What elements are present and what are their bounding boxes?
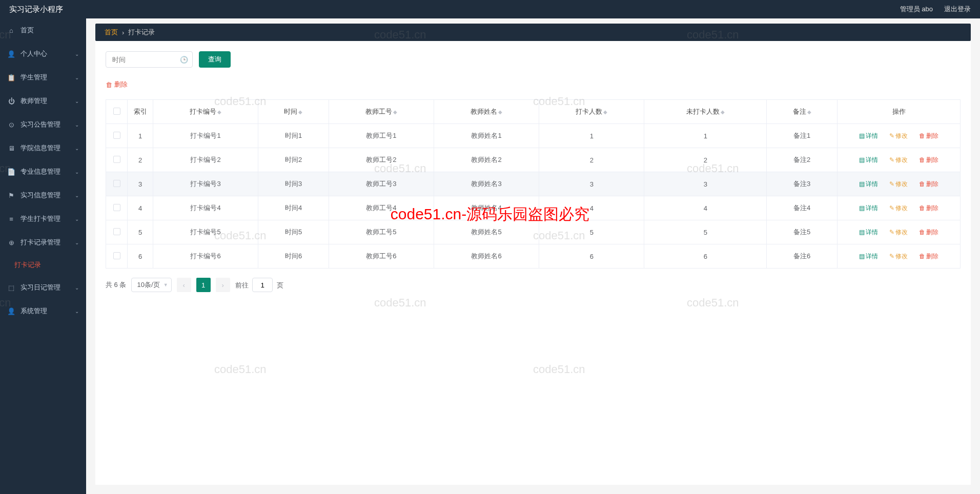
sidebar-item-7[interactable]: ≡学生打卡管理⌄ — [0, 207, 86, 231]
sort-icon: ◆ — [721, 110, 725, 115]
sidebar-item-0[interactable]: 👤个人中心⌄ — [0, 42, 86, 66]
content-panel: 🕒 查询 🗑 删除 索引 打卡编号◆ 时间◆ 教师工号◆ — [95, 41, 971, 485]
edit-button[interactable]: ✎ 修改 — [889, 180, 908, 189]
query-button[interactable]: 查询 — [199, 51, 231, 68]
goto-input[interactable] — [252, 278, 273, 292]
cell-time: 时间1 — [258, 124, 329, 148]
menu-label: 实习信息管理 — [21, 191, 60, 200]
batch-delete-button[interactable]: 🗑 删除 — [106, 80, 128, 89]
detail-button[interactable]: ▤ 详情 — [859, 156, 878, 164]
cell-count: 4 — [539, 196, 644, 220]
row-checkbox[interactable] — [113, 180, 120, 187]
col-teacher-id[interactable]: 教师工号◆ — [329, 100, 434, 124]
chevron-down-icon: ⌄ — [75, 169, 79, 175]
row-checkbox[interactable] — [113, 252, 120, 259]
cell-card-no: 打卡编号6 — [153, 244, 258, 269]
delete-button[interactable]: 🗑 删除 — [919, 180, 938, 189]
menu-icon: ⊙ — [7, 121, 15, 129]
detail-button[interactable]: ▤ 详情 — [859, 180, 878, 189]
delete-button[interactable]: 🗑 删除 — [919, 132, 938, 140]
time-input-wrap[interactable]: 🕒 — [106, 51, 193, 68]
sidebar-tail-1[interactable]: 👤系统管理⌄ — [0, 299, 86, 323]
menu-label: 打卡记录管理 — [21, 238, 60, 247]
sidebar-item-4[interactable]: 🖥学院信息管理⌄ — [0, 136, 86, 160]
cell-remark: 备注2 — [767, 148, 838, 172]
delete-button[interactable]: 🗑 删除 — [919, 252, 938, 261]
cell-time: 时间2 — [258, 148, 329, 172]
sidebar-item-1[interactable]: 📋学生管理⌄ — [0, 66, 86, 89]
detail-button[interactable]: ▤ 详情 — [859, 204, 878, 213]
logout-link[interactable]: 退出登录 — [944, 5, 971, 14]
cell-index: 4 — [128, 196, 153, 220]
menu-icon: 👤 — [7, 50, 15, 58]
detail-button[interactable]: ▤ 详情 — [859, 228, 878, 237]
breadcrumb-home[interactable]: 首页 — [105, 28, 118, 37]
cell-count: 6 — [539, 244, 644, 269]
admin-label[interactable]: 管理员 abo — [900, 5, 933, 14]
detail-button[interactable]: ▤ 详情 — [859, 252, 878, 261]
prev-page-button[interactable]: ‹ — [177, 278, 191, 292]
sidebar-item-3[interactable]: ⊙实习公告管理⌄ — [0, 113, 86, 136]
cell-teacher-name: 教师姓名3 — [434, 172, 539, 196]
cell-card-no: 打卡编号4 — [153, 196, 258, 220]
delete-button[interactable]: 🗑 删除 — [919, 228, 938, 237]
cell-absent: 6 — [644, 244, 767, 269]
row-checkbox[interactable] — [113, 132, 120, 139]
sidebar-tail-0[interactable]: ⬚实习日记管理⌄ — [0, 276, 86, 299]
checkbox-all[interactable] — [113, 108, 120, 115]
col-remark[interactable]: 备注◆ — [767, 100, 838, 124]
edit-button[interactable]: ✎ 修改 — [889, 204, 908, 213]
menu-icon: 🖥 — [7, 145, 15, 152]
cell-remark: 备注6 — [767, 244, 838, 269]
row-checkbox[interactable] — [113, 228, 120, 235]
edit-button[interactable]: ✎ 修改 — [889, 252, 908, 261]
menu-label: 个人中心 — [21, 49, 47, 58]
menu-icon: 👤 — [7, 307, 15, 315]
cell-count: 5 — [539, 220, 644, 244]
col-absent[interactable]: 未打卡人数◆ — [644, 100, 767, 124]
sidebar-home[interactable]: ⌂ 首页 — [0, 18, 86, 42]
trash-icon: 🗑 — [919, 180, 925, 188]
chevron-down-icon: ⌄ — [75, 146, 79, 151]
row-checkbox[interactable] — [113, 204, 120, 211]
edit-button[interactable]: ✎ 修改 — [889, 132, 908, 140]
sidebar-item-5[interactable]: 📄专业信息管理⌄ — [0, 160, 86, 183]
col-time[interactable]: 时间◆ — [258, 100, 329, 124]
edit-button[interactable]: ✎ 修改 — [889, 156, 908, 164]
sort-icon: ◆ — [498, 110, 502, 115]
edit-button[interactable]: ✎ 修改 — [889, 228, 908, 237]
delete-button[interactable]: 🗑 删除 — [919, 156, 938, 164]
page-1-button[interactable]: 1 — [196, 278, 211, 292]
sidebar-item-2[interactable]: ⏻教师管理⌄ — [0, 89, 86, 113]
menu-icon: ⚑ — [7, 192, 15, 199]
detail-button[interactable]: ▤ 详情 — [859, 132, 878, 140]
trash-icon: 🗑 — [919, 204, 925, 212]
row-checkbox[interactable] — [113, 156, 120, 163]
table-row: 2打卡编号2时间2教师工号2教师姓名222备注2▤ 详情✎ 修改🗑 删除 — [106, 148, 961, 172]
chevron-down-icon: ▼ — [164, 282, 168, 287]
cell-absent: 5 — [644, 220, 767, 244]
next-page-button[interactable]: › — [216, 278, 230, 292]
menu-label: 学生打卡管理 — [21, 214, 60, 223]
cell-card-no: 打卡编号3 — [153, 172, 258, 196]
time-input[interactable] — [112, 52, 178, 67]
sidebar-item-8[interactable]: ⊕打卡记录管理⌄ — [0, 231, 86, 254]
table-row: 3打卡编号3时间3教师工号3教师姓名333备注3▤ 详情✎ 修改🗑 删除 — [106, 172, 961, 196]
sort-icon: ◆ — [393, 110, 397, 115]
col-count[interactable]: 打卡人数◆ — [539, 100, 644, 124]
cell-teacher-id: 教师工号4 — [329, 196, 434, 220]
col-teacher-name[interactable]: 教师姓名◆ — [434, 100, 539, 124]
page-size-select[interactable]: 10条/页 ▼ — [131, 278, 171, 292]
table-row: 1打卡编号1时间1教师工号1教师姓名111备注1▤ 详情✎ 修改🗑 删除 — [106, 124, 961, 148]
trash-icon: 🗑 — [919, 156, 925, 163]
col-card-no[interactable]: 打卡编号◆ — [153, 100, 258, 124]
cell-remark: 备注4 — [767, 196, 838, 220]
delete-button[interactable]: 🗑 删除 — [919, 204, 938, 213]
chevron-down-icon: ⌄ — [75, 308, 79, 314]
sort-icon: ◆ — [807, 110, 811, 115]
menu-icon: ⬚ — [7, 284, 15, 292]
doc-icon: ▤ — [859, 229, 865, 236]
cell-remark: 备注5 — [767, 220, 838, 244]
sidebar-item-6[interactable]: ⚑实习信息管理⌄ — [0, 183, 86, 207]
sidebar-sub-active[interactable]: 打卡记录 — [0, 254, 86, 276]
